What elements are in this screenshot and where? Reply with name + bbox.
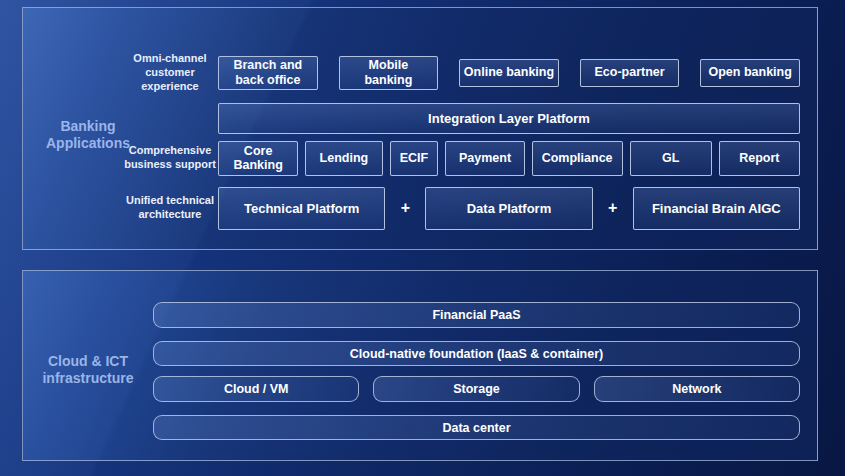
cloud-ict-panel: Cloud & ICT infrastructure Financial Paa… — [22, 270, 818, 461]
storage-box: Storage — [373, 376, 579, 402]
lending-box: Lending — [305, 141, 382, 176]
architecture-diagram: Banking Applications Omni-channel custom… — [0, 0, 845, 476]
business-support-row: Comprehensive business support Core Bank… — [122, 141, 800, 176]
omni-channel-label: Omni-channel customer experience — [122, 52, 218, 94]
business-support-boxes: Core Banking Lending ECIF Payment Compli… — [218, 141, 800, 176]
technical-architecture-row: Unified technical architecture Technical… — [122, 187, 800, 230]
compliance-box: Compliance — [532, 141, 623, 176]
data-platform-box: Data Platform — [425, 187, 592, 230]
integration-row: Integration Layer Platform — [122, 103, 800, 134]
financial-paas-bar: Financial PaaS — [153, 302, 800, 328]
plus-separator-1: + — [385, 199, 425, 217]
cloud-native-foundation-bar: Cloud-native foundation (IaaS & containe… — [153, 341, 800, 366]
network-box: Network — [594, 376, 800, 402]
resource-row: Cloud / VM Storage Network — [153, 376, 800, 402]
omni-channel-boxes: Branch and back office Mobile banking On… — [218, 56, 800, 90]
banking-applications-panel: Banking Applications Omni-channel custom… — [22, 7, 818, 250]
payment-box: Payment — [445, 141, 524, 176]
omni-channel-row: Omni-channel customer experience Branch … — [122, 52, 800, 94]
online-banking-box: Online banking — [459, 59, 559, 87]
data-center-bar: Data center — [153, 415, 800, 440]
technical-architecture-boxes: Technical Platform + Data Platform + Fin… — [218, 187, 800, 230]
cloud-vm-box: Cloud / VM — [153, 376, 359, 402]
banking-applications-label: Banking Applications — [29, 118, 147, 152]
banking-rows: Omni-channel customer experience Branch … — [122, 8, 800, 230]
cloud-ict-content: Financial PaaS Cloud-native foundation (… — [153, 271, 800, 440]
integration-layer-platform-bar: Integration Layer Platform — [218, 103, 800, 134]
plus-separator-2: + — [593, 199, 633, 217]
branch-back-office-box: Branch and back office — [218, 56, 318, 90]
mobile-banking-box: Mobile banking — [339, 56, 439, 90]
report-box: Report — [719, 141, 800, 176]
ecif-box: ECIF — [390, 141, 439, 176]
eco-partner-box: Eco-partner — [580, 59, 680, 87]
core-banking-box: Core Banking — [218, 141, 298, 176]
gl-box: GL — [630, 141, 712, 176]
cloud-ict-label: Cloud & ICT infrastructure — [29, 353, 147, 387]
technical-platform-box: Technical Platform — [218, 187, 385, 230]
technical-architecture-label: Unified technical architecture — [122, 194, 218, 222]
open-banking-box: Open banking — [700, 59, 800, 87]
financial-brain-aigc-box: Financial Brain AIGC — [633, 187, 800, 230]
